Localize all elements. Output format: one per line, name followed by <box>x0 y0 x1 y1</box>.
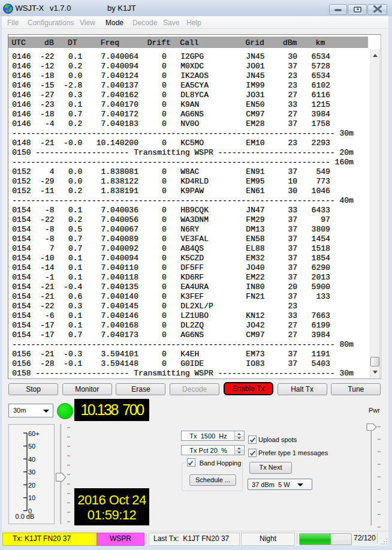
svg-text:60+: 60+ <box>28 430 40 437</box>
svg-text:50: 50 <box>28 443 35 450</box>
svg-text:20: 20 <box>28 482 35 489</box>
svg-text:0.0 dB: 0.0 dB <box>16 513 35 520</box>
svg-text:30: 30 <box>28 468 35 476</box>
svg-text:40: 40 <box>28 456 35 463</box>
svg-text:10: 10 <box>28 494 35 501</box>
